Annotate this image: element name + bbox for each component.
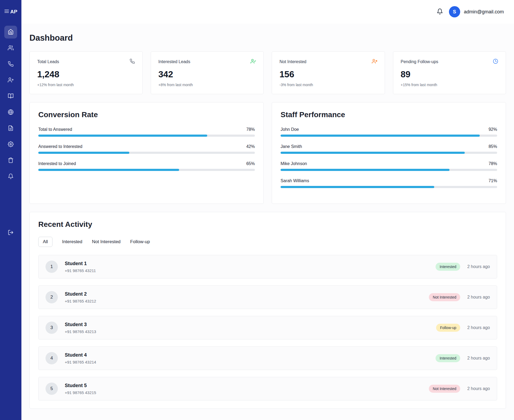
- timestamp: 2 hours ago: [467, 356, 490, 361]
- app-logo[interactable]: AP: [4, 0, 17, 24]
- student-name: Student 3: [65, 322, 96, 327]
- stat-card-pending-follow-ups: Pending Follow-ups 89 +15% from last mon…: [393, 51, 506, 94]
- timestamp: 2 hours ago: [467, 386, 490, 391]
- timestamp: 2 hours ago: [467, 264, 490, 269]
- sidebar-item-trash[interactable]: [4, 154, 17, 167]
- sidebar-item-leads[interactable]: [4, 42, 17, 55]
- status-badge: Interested: [436, 354, 460, 362]
- app-logo-text: AP: [10, 9, 17, 15]
- student-phone: +91 98765 43213: [65, 329, 96, 334]
- status-badge: Interested: [436, 263, 460, 271]
- staff-score: 78%: [489, 161, 497, 166]
- progress-label: Answered to Interested: [38, 144, 82, 149]
- sidebar-item-notifications[interactable]: [4, 170, 17, 183]
- sidebar-item-home[interactable]: [4, 26, 17, 39]
- progress-fill: [281, 135, 480, 137]
- list-item[interactable]: 2 Student 2 +91 98765 43212 Not Interest…: [38, 285, 497, 309]
- panel-title: Recent Activity: [38, 220, 497, 229]
- tab-not-interested[interactable]: Not Interested: [92, 237, 121, 247]
- gear-icon: [8, 141, 14, 148]
- student-phone: +91 98765 43211: [65, 268, 96, 273]
- sidebar-item-reports[interactable]: [4, 122, 17, 135]
- sidebar: AP: [0, 0, 21, 420]
- progress-row: Mike Johnson 78%: [281, 161, 497, 171]
- progress-track: [38, 152, 255, 154]
- progress-fill: [281, 186, 434, 188]
- tab-interested[interactable]: Interested: [62, 237, 82, 247]
- recent-activity-panel: Recent Activity All Interested Not Inter…: [29, 212, 506, 409]
- page-title: Dashboard: [29, 33, 506, 43]
- sidebar-item-add-lead[interactable]: [4, 74, 17, 87]
- progress-row: Total to Answered 78%: [38, 127, 255, 137]
- sidebar-item-logout[interactable]: [4, 226, 17, 239]
- progress-fill: [38, 135, 207, 137]
- stat-card-total-leads: Total Leads 1,248 +12% from last month: [29, 51, 143, 94]
- progress-value: 78%: [246, 127, 255, 132]
- panel-title: Staff Performance: [281, 110, 497, 119]
- student-name: Student 2: [65, 291, 96, 297]
- tab-all[interactable]: All: [38, 237, 52, 247]
- avatar[interactable]: S: [449, 6, 460, 17]
- item-number-badge: 3: [46, 322, 58, 334]
- mid-section: Conversion Rate Total to Answered 78% An…: [29, 102, 506, 204]
- student-phone: +91 98765 43212: [65, 299, 96, 303]
- sidebar-item-settings[interactable]: [4, 138, 17, 151]
- account-menu[interactable]: S admin@gmail.com: [449, 6, 504, 17]
- sidebar-item-web[interactable]: [4, 106, 17, 119]
- stat-delta: +8% from last month: [158, 83, 256, 87]
- progress-label: Total to Answered: [38, 127, 72, 132]
- stat-card-not-interested: Not Interested 156 -3% from last month: [272, 51, 385, 94]
- activity-filter-tabs: All Interested Not Interested Follow-up: [38, 237, 497, 247]
- stat-card-interested-leads: Interested Leads 342 +8% from last month: [151, 51, 264, 94]
- progress-value: 65%: [246, 161, 255, 166]
- app-root: AP S admin@gmail.com Dashboard: [0, 0, 514, 420]
- student-name: Student 5: [65, 383, 96, 388]
- progress-row: Jane Smith 85%: [281, 144, 497, 154]
- staff-name: Jane Smith: [281, 144, 302, 149]
- sidebar-nav: [4, 24, 17, 239]
- progress-fill: [281, 169, 449, 171]
- book-open-icon: [8, 93, 14, 100]
- item-number-badge: 5: [46, 383, 58, 395]
- staff-name: Mike Johnson: [281, 161, 307, 166]
- progress-row: John Doe 92%: [281, 127, 497, 137]
- activity-list: 1 Student 1 +91 98765 43211 Interested 2…: [38, 255, 497, 400]
- logout-icon: [8, 230, 14, 236]
- progress-track: [281, 152, 497, 154]
- phone-icon: [130, 59, 135, 65]
- list-item[interactable]: 4 Student 4 +91 98765 43214 Interested 2…: [38, 346, 497, 370]
- user-plus-icon: [8, 77, 14, 84]
- home-icon: [8, 29, 14, 36]
- main-content: Dashboard Total Leads 1,248 +12% from la…: [21, 24, 514, 420]
- stat-value: 342: [158, 69, 256, 79]
- status-badge: Not Interested: [429, 293, 460, 301]
- notifications-button[interactable]: [437, 8, 443, 16]
- user-check-icon: [251, 59, 256, 65]
- status-badge: Not Interested: [429, 385, 460, 393]
- student-phone: +91 98765 43215: [65, 390, 96, 395]
- progress-value: 42%: [246, 144, 255, 149]
- list-item[interactable]: 1 Student 1 +91 98765 43211 Interested 2…: [38, 255, 497, 278]
- progress-track: [281, 186, 497, 188]
- progress-row: Answered to Interested 42%: [38, 144, 255, 154]
- list-item[interactable]: 5 Student 5 +91 98765 43215 Not Interest…: [38, 377, 497, 400]
- progress-label: Interested to Joined: [38, 161, 76, 166]
- tab-follow-up[interactable]: Follow-up: [130, 237, 150, 247]
- account-email: admin@gmail.com: [464, 9, 504, 15]
- sidebar-item-courses[interactable]: [4, 90, 17, 103]
- globe-icon: [8, 109, 14, 116]
- timestamp: 2 hours ago: [467, 295, 490, 300]
- progress-track: [38, 169, 255, 171]
- bell-icon: [437, 8, 443, 16]
- item-number-badge: 2: [46, 291, 58, 303]
- list-item[interactable]: 3 Student 3 +91 98765 43213 Follow-up 2 …: [38, 316, 497, 339]
- staff-name: Sarah Williams: [281, 178, 309, 183]
- stat-label: Interested Leads: [158, 59, 190, 64]
- menu-icon[interactable]: [4, 9, 9, 15]
- top-header: S admin@gmail.com: [21, 0, 514, 24]
- sidebar-item-calls[interactable]: [4, 58, 17, 71]
- progress-row: Interested to Joined 65%: [38, 161, 255, 171]
- staff-score: 71%: [489, 178, 497, 183]
- status-badge: Follow-up: [436, 324, 460, 332]
- stat-label: Total Leads: [37, 59, 59, 64]
